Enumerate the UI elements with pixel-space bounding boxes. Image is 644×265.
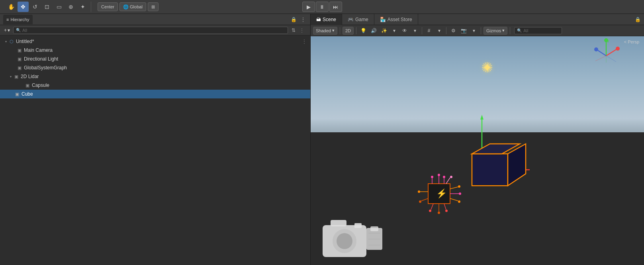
camera-dropdown[interactable]: ▾ — [470, 27, 478, 35]
svg-point-41 — [443, 176, 445, 178]
scene-search[interactable]: 🔍 All — [514, 27, 562, 34]
gizmo-widget: y — [592, 38, 620, 66]
scale-tool-btn[interactable]: ⊡ — [41, 2, 53, 12]
asset-store-icon: 🏪 — [380, 17, 386, 22]
pause-button[interactable]: ⏸ — [316, 2, 329, 12]
lidar-object: ⚡ — [414, 170, 466, 218]
svg-line-78 — [595, 56, 606, 61]
center-label: Center — [101, 4, 114, 9]
svg-point-49 — [458, 200, 460, 203]
svg-line-42 — [446, 178, 450, 184]
svg-text:⚡: ⚡ — [436, 188, 447, 199]
pivot-group: Center 🌐 Global ⊞ — [98, 2, 159, 11]
global-toggle[interactable]: 🌐 Global — [119, 2, 146, 11]
svg-line-44 — [450, 187, 458, 189]
hidden-toggle[interactable]: 👁 — [400, 27, 409, 35]
sep1 — [340, 27, 340, 34]
scene-search-icon: 🔍 — [517, 28, 522, 33]
search-placeholder: All — [22, 28, 27, 33]
center-toggle[interactable]: Center — [98, 2, 118, 11]
svg-point-57 — [419, 200, 421, 203]
hierarchy-item-untitled[interactable]: ▾ ⬡ Untitled* ⋮ — [0, 37, 310, 46]
lighting-icon-btn[interactable]: 💡 — [359, 27, 368, 35]
effects-icon-btn[interactable]: ✨ — [380, 27, 388, 35]
hierarchy-tab-label: Hierarchy — [10, 17, 29, 22]
hierarchy-item-directional-light[interactable]: ▶ ▣ Directional Light — [0, 55, 310, 63]
effects-dropdown[interactable]: ▾ — [390, 27, 399, 35]
svg-line-50 — [444, 204, 446, 210]
tool-group: ✋ ✥ ↺ ⊡ ▭ ⊕ ✦ — [3, 2, 91, 12]
scene-tab-asset-store[interactable]: 🏪 Asset Store — [374, 14, 418, 25]
render-icon-btn[interactable]: ⚙ — [449, 27, 458, 35]
capsule-label: Capsule — [32, 82, 49, 88]
grid-dropdown[interactable]: ▾ — [435, 27, 444, 35]
scene-grid — [311, 36, 430, 96]
game-tab-icon: 🎮 — [348, 17, 354, 22]
transform-tool-btn[interactable]: ⊕ — [65, 2, 76, 12]
svg-rect-63 — [331, 220, 346, 226]
shading-label: Shaded — [316, 28, 331, 33]
svg-marker-27 — [480, 115, 483, 120]
svg-line-73 — [606, 49, 617, 56]
hierarchy-search[interactable]: 🔍 All — [13, 27, 288, 34]
gizmos-btn[interactable]: Gizmos ▾ — [483, 27, 507, 35]
hierarchy-item-cube[interactable]: ▶ ▣ Cube — [0, 90, 310, 98]
pause-icon: ⏸ — [319, 4, 325, 10]
camera-move-btn[interactable]: 📷 — [459, 27, 468, 35]
svg-line-56 — [421, 198, 428, 201]
hidden-dropdown[interactable]: ▾ — [411, 27, 419, 35]
sep2 — [356, 27, 356, 34]
rect-tool-btn[interactable]: ▭ — [53, 2, 65, 12]
panel-tab-actions: 🔒 ⋮ — [290, 16, 307, 24]
audio-icon-btn[interactable]: 🔊 — [369, 27, 378, 35]
light-icon: ▣ — [17, 56, 22, 62]
step-button[interactable]: ⏭ — [329, 2, 342, 12]
hierarchy-item-capsule[interactable]: ▶ ▣ Capsule — [0, 81, 310, 90]
sep5 — [481, 27, 481, 34]
play-button[interactable]: ▶ — [302, 2, 315, 12]
hierarchy-more[interactable]: ⋮ — [299, 27, 305, 33]
hierarchy-item-global-system[interactable]: ▶ ▣ GlobalSystemGraph — [0, 63, 310, 72]
scene-panel: 🏔 Scene 🎮 Game 🏪 Asset Store 🔒 Shaded ▾ — [311, 14, 644, 265]
svg-rect-66 — [370, 226, 378, 231]
custom-editor-btn[interactable]: ✦ — [77, 2, 88, 12]
2d-toggle[interactable]: 2D — [343, 27, 354, 35]
gizmos-label: Gizmos — [486, 28, 501, 33]
hierarchy-panel: ≡ Hierarchy 🔒 ⋮ + ▾ 🔍 All ⇅ ⋮ — [0, 14, 311, 265]
shading-arrow: ▾ — [332, 28, 335, 33]
directional-light-label: Directional Light — [24, 56, 58, 62]
sort-btn[interactable]: ⇅ — [290, 26, 298, 34]
hierarchy-tab[interactable]: ≡ Hierarchy — [3, 15, 33, 24]
2d-label: 2D — [345, 28, 351, 33]
global-system-label: GlobalSystemGraph — [24, 65, 67, 71]
search-icon: 🔍 — [16, 28, 21, 32]
global-label: Global — [130, 4, 143, 9]
move-tool-btn[interactable]: ✥ — [18, 2, 29, 12]
scene-viewport[interactable]: ✦ ✺ — [311, 36, 644, 265]
scene-tab-scene[interactable]: 🏔 Scene — [311, 14, 342, 25]
shading-dropdown[interactable]: Shaded ▾ — [313, 27, 337, 35]
cube-icon: ▣ — [14, 91, 20, 97]
untitled-options[interactable]: ⋮ — [301, 38, 307, 45]
svg-rect-64 — [354, 223, 362, 228]
svg-point-39 — [438, 174, 440, 176]
camera-icon: ▣ — [17, 47, 22, 53]
grid-icon-btn[interactable]: # — [425, 27, 433, 35]
scene-tab-game[interactable]: 🎮 Game — [342, 14, 374, 25]
lidar-icon: ▣ — [14, 74, 19, 79]
svg-line-48 — [450, 198, 458, 201]
lidar-label: 2D Lidar — [21, 74, 39, 79]
cube-label: Cube — [22, 91, 33, 97]
svg-point-51 — [445, 210, 448, 212]
hierarchy-item-2d-lidar[interactable]: ▾ ▣ 2D Lidar — [0, 72, 310, 81]
add-object-btn[interactable]: + ▾ — [2, 27, 12, 34]
lock-icon-btn[interactable]: 🔒 — [290, 16, 298, 24]
scene-lock-btn[interactable]: 🔒 — [634, 16, 642, 24]
sep4 — [446, 27, 446, 34]
hierarchy-item-main-camera[interactable]: ▶ ▣ Main Camera — [0, 46, 310, 55]
hand-tool-btn[interactable]: ✋ — [6, 2, 17, 12]
rotate-tool-btn[interactable]: ↺ — [29, 2, 41, 12]
expand-arrow-untitled: ▾ — [3, 39, 9, 44]
more-options-btn[interactable]: ⋮ — [299, 16, 307, 24]
grid-toggle[interactable]: ⊞ — [148, 2, 159, 11]
